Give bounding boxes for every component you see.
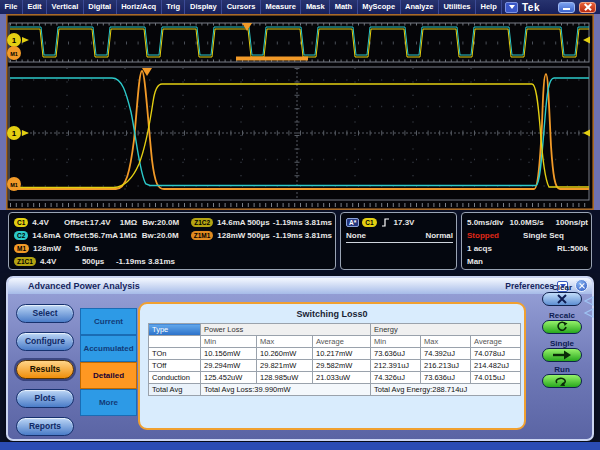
svg-text:1: 1	[12, 36, 17, 45]
trigger-source-badge[interactable]: C1	[362, 218, 376, 227]
menu-math[interactable]: Math	[330, 0, 358, 14]
z1c1-badge[interactable]: Z1C1	[14, 257, 36, 266]
run-label: Run	[532, 365, 592, 374]
zoom-channel-1-arrow-icon	[22, 130, 29, 136]
z1c2-scale: 14.6mA	[217, 218, 247, 227]
waveform-graticule: 1 M1 1 M1	[6, 14, 594, 210]
menu-measure[interactable]: Measure	[261, 0, 301, 14]
tab-more[interactable]: More	[80, 389, 137, 416]
menu-display[interactable]: Display	[185, 0, 222, 14]
zoom-power-trace	[10, 71, 589, 189]
resolution: 100ns/pt	[556, 218, 588, 227]
z1m1-window: -1.19ms 3.81ms	[273, 231, 332, 240]
minimize-button[interactable]	[558, 2, 575, 13]
horizontal-readout-box[interactable]: 5.0ms/div 10.0MS/s 100ns/pt Stopped Sing…	[461, 212, 592, 270]
recalc-icon	[556, 321, 568, 333]
z1c2-badge[interactable]: Z1C2	[191, 218, 213, 227]
z1m1-badge[interactable]: Z1M1	[191, 231, 214, 240]
menu-overflow-button[interactable]	[505, 2, 518, 13]
pager-triangle-icons	[583, 295, 595, 321]
nav-results-button[interactable]: Results	[16, 360, 74, 379]
menu-utilities[interactable]: Utilities	[439, 0, 476, 14]
c2-scale: 14.6mA	[32, 231, 64, 240]
trigger-level: 17.3V	[394, 218, 415, 227]
table-row-ton: TOn 10.156mW 10.260mW 10.217mW 73.636uJ …	[149, 348, 521, 360]
card-title: Switching Loss0	[140, 309, 524, 319]
record-length: RL:500k	[557, 244, 588, 253]
switching-loss-table: Type Power Loss Energy Min Max Average M…	[148, 323, 521, 396]
zoom-region-indicator[interactable]	[236, 57, 308, 61]
menu-trig[interactable]: Trig	[162, 0, 186, 14]
c1-scale: 4.4V	[32, 218, 64, 227]
channel-readout-box[interactable]: C1 4.4V Offset:17.4V 1MΩ Bw:20.0M Z1C2 1…	[8, 212, 336, 270]
bottom-strip	[0, 442, 600, 450]
table-subheader-row: Min Max Average Min Max Average	[149, 336, 521, 348]
sample-rate: 10.0MS/s	[509, 218, 543, 227]
run-loop-icon	[554, 376, 570, 386]
c2-impedance: 1MΩ	[119, 231, 142, 240]
menu-help[interactable]: Help	[476, 0, 502, 14]
horizontal-scale: 5.0ms/div	[467, 218, 503, 227]
panel-titlebar[interactable]: Advanced Power Analysis Preferences	[8, 278, 592, 294]
tab-detailed[interactable]: Detailed	[80, 362, 137, 389]
tab-accumulated[interactable]: Accumulated	[80, 335, 137, 362]
menu-digital[interactable]: Digital	[84, 0, 117, 14]
menu-mask[interactable]: Mask	[301, 0, 330, 14]
z1c2-window: -1.19ms 3.81ms	[273, 218, 332, 227]
menu-cursors[interactable]: Cursors	[222, 0, 261, 14]
c2-bandwidth: Bw:20.0M	[142, 231, 179, 240]
recalc-button[interactable]	[542, 320, 582, 334]
menu-file[interactable]: File	[0, 0, 23, 14]
single-button[interactable]	[542, 348, 582, 362]
power-loss-header: Power Loss	[201, 324, 371, 336]
nav-select-button[interactable]: Select	[16, 304, 74, 323]
menu-horiz-acq[interactable]: Horiz/Acq	[117, 0, 162, 14]
nav-configure-button[interactable]: Configure	[16, 332, 74, 351]
nav-plots-button[interactable]: Plots	[16, 389, 74, 408]
acquisition-count: 1 acqs	[467, 244, 492, 253]
menu-vertical[interactable]: Vertical	[47, 0, 84, 14]
table-row-toff: TOff 29.294mW 29.821mW 29.582mW 212.391u…	[149, 360, 521, 372]
minimize-icon	[563, 8, 570, 10]
single-label: Single	[532, 339, 592, 348]
nav-reports-button[interactable]: Reports	[16, 417, 74, 436]
menu-analyze[interactable]: Analyze	[401, 0, 439, 14]
clear-button[interactable]	[542, 292, 582, 306]
panel-title: Advanced Power Analysis	[8, 281, 140, 291]
trigger-readout-box[interactable]: A* C1 17.3V None Normal	[340, 212, 457, 270]
svg-text:M1: M1	[10, 51, 18, 57]
trigger-level-arrow-icon[interactable]	[583, 37, 590, 44]
tab-current[interactable]: Current	[80, 308, 137, 335]
manual-indicator: Man	[467, 257, 483, 266]
m1-badge[interactable]: M1	[14, 244, 29, 253]
total-avg-energy: Total Avg Energy:288.714uJ	[371, 384, 521, 396]
overview-current-trace	[10, 27, 589, 55]
trigger-event-badge: A*	[346, 218, 359, 227]
z1m1-timebase: 500µs	[247, 231, 273, 240]
z1m1-scale: 128mW	[217, 231, 247, 240]
run-button[interactable]	[542, 374, 582, 388]
tek-logo: Tek	[522, 2, 540, 13]
type-header: Type	[149, 324, 201, 336]
scope-application-window: File Edit Vertical Digital Horiz/Acq Tri…	[0, 0, 600, 450]
zoom-trigger-level-arrow-icon[interactable]	[583, 130, 590, 137]
waveform-display: 1 M1 1 M1	[6, 14, 594, 210]
c2-badge[interactable]: C2	[14, 231, 28, 240]
close-button[interactable]	[579, 2, 596, 13]
c1-bandwidth: Bw:20.0M	[142, 218, 179, 227]
menu-edit[interactable]: Edit	[23, 0, 47, 14]
menu-myscope[interactable]: MyScope	[358, 0, 401, 14]
table-row-conduction: Conduction 125.452uW 128.985uW 21.033uW …	[149, 372, 521, 384]
c2-offset: Offset:56.7mA	[64, 231, 120, 240]
overview-voltage-trace	[10, 29, 589, 57]
zoom-current-trace	[10, 78, 589, 186]
z1c1-timebase: 500µs	[82, 257, 116, 266]
table-row-total: Total Avg Total Avg Loss:39.990mW Total …	[149, 384, 521, 396]
menu-bar: File Edit Vertical Digital Horiz/Acq Tri…	[0, 0, 600, 14]
panel-pager-arrows[interactable]	[583, 295, 595, 321]
svg-text:M1: M1	[10, 182, 18, 188]
acquisition-status: Stopped	[467, 231, 499, 240]
single-arrow-icon	[552, 350, 572, 360]
c1-badge[interactable]: C1	[14, 218, 28, 227]
panel-close-button[interactable]	[575, 279, 588, 292]
